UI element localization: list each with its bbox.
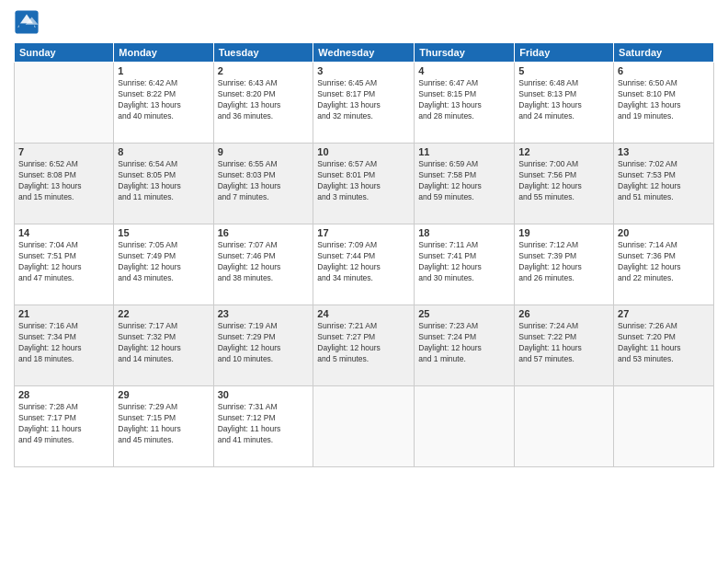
calendar-header: SundayMondayTuesdayWednesdayThursdayFrid… <box>15 43 714 63</box>
week-row-3: 14Sunrise: 7:04 AM Sunset: 7:51 PM Dayli… <box>15 224 714 305</box>
day-info: Sunrise: 6:57 AM Sunset: 8:01 PM Dayligh… <box>317 159 410 203</box>
day-info: Sunrise: 7:29 AM Sunset: 7:15 PM Dayligh… <box>118 402 209 446</box>
day-cell: 21Sunrise: 7:16 AM Sunset: 7:34 PM Dayli… <box>15 305 114 386</box>
week-row-2: 7Sunrise: 6:52 AM Sunset: 8:08 PM Daylig… <box>15 144 714 224</box>
day-cell: 14Sunrise: 7:04 AM Sunset: 7:51 PM Dayli… <box>15 224 114 305</box>
day-number: 19 <box>518 227 609 238</box>
day-info: Sunrise: 6:45 AM Sunset: 8:17 PM Dayligh… <box>317 78 410 122</box>
day-info: Sunrise: 7:05 AM Sunset: 7:49 PM Dayligh… <box>118 240 209 284</box>
calendar-body: 1Sunrise: 6:42 AM Sunset: 8:22 PM Daylig… <box>15 63 714 467</box>
day-number: 7 <box>18 146 109 157</box>
day-cell: 22Sunrise: 7:17 AM Sunset: 7:32 PM Dayli… <box>114 305 213 386</box>
day-info: Sunrise: 7:00 AM Sunset: 7:56 PM Dayligh… <box>518 159 609 203</box>
day-number: 21 <box>18 308 109 319</box>
day-info: Sunrise: 7:28 AM Sunset: 7:17 PM Dayligh… <box>18 402 109 446</box>
day-number: 6 <box>618 65 710 76</box>
day-cell: 24Sunrise: 7:21 AM Sunset: 7:27 PM Dayli… <box>313 305 415 386</box>
day-info: Sunrise: 6:55 AM Sunset: 8:03 PM Dayligh… <box>218 159 310 203</box>
day-number: 26 <box>518 308 609 319</box>
day-number: 24 <box>317 308 410 319</box>
day-number: 4 <box>418 65 510 76</box>
day-cell: 6Sunrise: 6:50 AM Sunset: 8:10 PM Daylig… <box>614 63 714 144</box>
header-day-tuesday: Tuesday <box>213 43 313 63</box>
day-number: 9 <box>218 146 310 157</box>
day-cell: 27Sunrise: 7:26 AM Sunset: 7:20 PM Dayli… <box>614 305 714 386</box>
day-number: 14 <box>18 227 109 238</box>
day-cell: 29Sunrise: 7:29 AM Sunset: 7:15 PM Dayli… <box>114 386 213 467</box>
day-info: Sunrise: 6:59 AM Sunset: 7:58 PM Dayligh… <box>418 159 510 203</box>
day-cell: 3Sunrise: 6:45 AM Sunset: 8:17 PM Daylig… <box>313 63 415 144</box>
day-number: 11 <box>418 146 510 157</box>
day-number: 1 <box>118 65 209 76</box>
day-info: Sunrise: 7:16 AM Sunset: 7:34 PM Dayligh… <box>18 321 109 365</box>
day-number: 13 <box>618 146 710 157</box>
header-day-friday: Friday <box>515 43 614 63</box>
day-info: Sunrise: 7:04 AM Sunset: 7:51 PM Dayligh… <box>18 240 109 284</box>
day-info: Sunrise: 6:48 AM Sunset: 8:13 PM Dayligh… <box>518 78 609 122</box>
day-cell: 10Sunrise: 6:57 AM Sunset: 8:01 PM Dayli… <box>313 144 415 224</box>
header-day-monday: Monday <box>114 43 213 63</box>
day-number: 23 <box>218 308 310 319</box>
day-cell: 17Sunrise: 7:09 AM Sunset: 7:44 PM Dayli… <box>313 224 415 305</box>
day-number: 18 <box>418 227 510 238</box>
day-info: Sunrise: 6:50 AM Sunset: 8:10 PM Dayligh… <box>618 78 710 122</box>
day-cell: 20Sunrise: 7:14 AM Sunset: 7:36 PM Dayli… <box>614 224 714 305</box>
day-info: Sunrise: 6:54 AM Sunset: 8:05 PM Dayligh… <box>118 159 209 203</box>
day-cell: 9Sunrise: 6:55 AM Sunset: 8:03 PM Daylig… <box>213 144 313 224</box>
day-cell: 26Sunrise: 7:24 AM Sunset: 7:22 PM Dayli… <box>515 305 614 386</box>
day-number: 22 <box>118 308 209 319</box>
day-number: 25 <box>418 308 510 319</box>
day-number: 30 <box>218 389 310 400</box>
page: SundayMondayTuesdayWednesdayThursdayFrid… <box>0 0 728 563</box>
day-cell: 16Sunrise: 7:07 AM Sunset: 7:46 PM Dayli… <box>213 224 313 305</box>
week-row-4: 21Sunrise: 7:16 AM Sunset: 7:34 PM Dayli… <box>15 305 714 386</box>
day-cell: 13Sunrise: 7:02 AM Sunset: 7:53 PM Dayli… <box>614 144 714 224</box>
day-info: Sunrise: 7:31 AM Sunset: 7:12 PM Dayligh… <box>218 402 310 446</box>
day-cell <box>415 386 515 467</box>
day-info: Sunrise: 6:47 AM Sunset: 8:15 PM Dayligh… <box>418 78 510 122</box>
day-info: Sunrise: 7:19 AM Sunset: 7:29 PM Dayligh… <box>218 321 310 365</box>
day-info: Sunrise: 7:24 AM Sunset: 7:22 PM Dayligh… <box>518 321 609 365</box>
day-info: Sunrise: 7:11 AM Sunset: 7:41 PM Dayligh… <box>418 240 510 284</box>
day-number: 28 <box>18 389 109 400</box>
day-cell: 28Sunrise: 7:28 AM Sunset: 7:17 PM Dayli… <box>15 386 114 467</box>
day-number: 29 <box>118 389 209 400</box>
header-day-wednesday: Wednesday <box>313 43 415 63</box>
header-day-saturday: Saturday <box>614 43 714 63</box>
day-number: 12 <box>518 146 609 157</box>
day-info: Sunrise: 7:07 AM Sunset: 7:46 PM Dayligh… <box>218 240 310 284</box>
day-cell <box>15 63 114 144</box>
day-cell: 19Sunrise: 7:12 AM Sunset: 7:39 PM Dayli… <box>515 224 614 305</box>
day-cell: 11Sunrise: 6:59 AM Sunset: 7:58 PM Dayli… <box>415 144 515 224</box>
day-info: Sunrise: 7:09 AM Sunset: 7:44 PM Dayligh… <box>317 240 410 284</box>
day-cell: 15Sunrise: 7:05 AM Sunset: 7:49 PM Dayli… <box>114 224 213 305</box>
day-cell: 5Sunrise: 6:48 AM Sunset: 8:13 PM Daylig… <box>515 63 614 144</box>
day-number: 15 <box>118 227 209 238</box>
day-number: 16 <box>218 227 310 238</box>
day-info: Sunrise: 7:26 AM Sunset: 7:20 PM Dayligh… <box>618 321 710 365</box>
day-info: Sunrise: 6:43 AM Sunset: 8:20 PM Dayligh… <box>218 78 310 122</box>
logo-icon <box>14 9 40 35</box>
logo <box>14 9 43 35</box>
header-day-sunday: Sunday <box>15 43 114 63</box>
day-cell: 18Sunrise: 7:11 AM Sunset: 7:41 PM Dayli… <box>415 224 515 305</box>
week-row-1: 1Sunrise: 6:42 AM Sunset: 8:22 PM Daylig… <box>15 63 714 144</box>
day-info: Sunrise: 7:21 AM Sunset: 7:27 PM Dayligh… <box>317 321 410 365</box>
day-cell: 8Sunrise: 6:54 AM Sunset: 8:05 PM Daylig… <box>114 144 213 224</box>
day-number: 2 <box>218 65 310 76</box>
day-cell: 12Sunrise: 7:00 AM Sunset: 7:56 PM Dayli… <box>515 144 614 224</box>
day-info: Sunrise: 7:02 AM Sunset: 7:53 PM Dayligh… <box>618 159 710 203</box>
header-row: SundayMondayTuesdayWednesdayThursdayFrid… <box>15 43 714 63</box>
header-day-thursday: Thursday <box>415 43 515 63</box>
day-number: 20 <box>618 227 710 238</box>
day-info: Sunrise: 7:14 AM Sunset: 7:36 PM Dayligh… <box>618 240 710 284</box>
day-info: Sunrise: 7:17 AM Sunset: 7:32 PM Dayligh… <box>118 321 209 365</box>
day-number: 10 <box>317 146 410 157</box>
day-cell: 30Sunrise: 7:31 AM Sunset: 7:12 PM Dayli… <box>213 386 313 467</box>
day-cell <box>313 386 415 467</box>
day-number: 5 <box>518 65 609 76</box>
day-info: Sunrise: 6:52 AM Sunset: 8:08 PM Dayligh… <box>18 159 109 203</box>
day-cell <box>515 386 614 467</box>
day-number: 27 <box>618 308 710 319</box>
calendar-table: SundayMondayTuesdayWednesdayThursdayFrid… <box>14 42 714 467</box>
